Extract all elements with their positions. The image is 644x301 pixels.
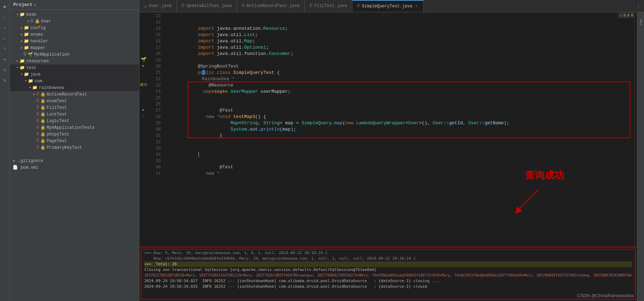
tree-item-mp4app[interactable]: © 🌱 Mp4Application — [10, 51, 139, 58]
code-line-26: @Test new * — [164, 101, 634, 107]
tree-item-p6spytest[interactable]: © 🔒 p6spyTest — [10, 131, 139, 138]
tree-arrow-activerecordtest: ▶ — [32, 92, 36, 96]
tree-item-resources[interactable]: ▶ 📁 resources — [10, 58, 139, 64]
project-icon[interactable]: ⊞ — [1, 2, 9, 11]
gutter-line-15 — [139, 31, 148, 37]
notif-count: 5 — [623, 13, 626, 18]
test-icon-tab-filltest: © — [310, 4, 312, 8]
code-line-41 — [164, 170, 634, 177]
items-icon[interactable]: ⊞ — [1, 76, 9, 84]
code-line-24 — [164, 89, 634, 95]
lock-icon-user: 🔒 — [35, 19, 40, 24]
tree-item-java[interactable]: ▼ 📁 java — [10, 71, 139, 78]
terminal-icon[interactable]: ⊡ — [1, 65, 9, 74]
xml-icon-pom: 📄 — [13, 165, 18, 170]
tree-item-pom[interactable]: 📄 pom.xml — [10, 164, 139, 171]
tree-item-filltest[interactable]: © 🔒 FillTest — [10, 104, 139, 111]
folder-icon-config: 📁 — [24, 25, 29, 30]
test-icon-filltest: © — [36, 105, 39, 110]
editor-bottom-row: 🌱 ▶ 🌿⚫ ▶ ⚠ — [139, 12, 644, 301]
code-content[interactable]: import javax.annotation.Resource; import… — [164, 12, 634, 247]
run-icon-primarykeytest: 🔒 — [40, 145, 46, 150]
test-icon-primarykeytest: © — [36, 145, 39, 150]
run-icon-logictest: 🔒 — [40, 118, 46, 124]
console-line-2: Row: cb7b326c30446a3cbbb0b8fe33d04b, Mar… — [144, 256, 632, 261]
test-icon-activerecordtest: © — [36, 92, 39, 97]
tree-item-rainbowsea[interactable]: ▼ 📁 rainbowsea — [10, 84, 139, 91]
tree-item-mp4apptests[interactable]: © 🔒 Mp4ApplicationTests — [10, 124, 139, 131]
run-icon[interactable]: ▷ — [1, 34, 9, 42]
gutter-line-21 — [139, 69, 148, 75]
console-content: === Row: 9, Mary, 29, mary@rainbowsea.co… — [141, 250, 635, 299]
structure-icon[interactable]: ≡ — [1, 44, 9, 53]
gutter-line-32 — [139, 138, 148, 145]
test-icon-mp4apptests: © — [36, 125, 39, 130]
tree-arrow-rainbowsea: ▼ — [28, 86, 32, 90]
minimap — [634, 12, 637, 247]
folder-icon-com: 📁 — [28, 78, 33, 84]
tree-label-java: java — [30, 72, 41, 77]
code-line-15: import java.util.Map; — [164, 32, 634, 38]
tree-item-handler[interactable]: ▶ 📁 handler — [10, 38, 139, 44]
code-line-32 — [164, 139, 634, 145]
tree-item-com[interactable]: ▼ 📁 com — [10, 78, 139, 84]
tab-label-updataalltest: UpdataAllTest.java — [186, 4, 232, 8]
tree-item-pagetest[interactable]: © 🔒 PageTest — [10, 138, 139, 144]
code-line-25 — [164, 95, 634, 101]
tab-filltest[interactable]: © FillTest.java — [305, 0, 352, 12]
tree-item-enumtest[interactable]: © 🔒 enumTest — [10, 98, 139, 104]
tree-label-com: com — [35, 79, 42, 84]
code-area: 🌱 ▶ 🌿⚫ ▶ ⚠ — [139, 12, 637, 301]
tree-arrow-java: ▼ — [20, 73, 24, 76]
tree-item-test[interactable]: ▼ 📁 test — [10, 64, 139, 71]
tree-item-gitignore[interactable]: ● .gitignore — [10, 158, 139, 164]
code-line-40 — [164, 164, 634, 170]
code-line-23: private UserMapper userMapper; — [164, 82, 634, 89]
code-line-29: System.out.println(map); — [164, 120, 634, 126]
tab-overflow-menu[interactable]: ⋮ — [633, 2, 644, 9]
tab-user[interactable]: ☕ User.java — [139, 0, 177, 12]
tree-item-bean[interactable]: ▼ 📁 bean — [10, 11, 139, 18]
run-icon-enumtest: 🔒 — [40, 98, 46, 104]
run-icon-p6spytest: 🔒 — [40, 132, 46, 137]
code-scroll: 🌱 ▶ 🌿⚫ ▶ ⚠ — [139, 12, 637, 247]
tab-simplequerytest[interactable]: © SimpleQueryTest.java × — [352, 0, 424, 12]
test-icon-p6spytest: © — [36, 132, 39, 137]
commit-icon[interactable]: ↑ — [1, 13, 9, 21]
tree-label-mp4apptests: Mp4ApplicationTests — [47, 125, 95, 130]
notif-down: ∨ — [631, 13, 633, 18]
folder-icon-handler: 📁 — [24, 38, 29, 44]
tree-label-gitignore: .gitignore — [18, 159, 43, 163]
tree-label-p6spytest: p6spyTest — [47, 132, 69, 137]
find-icon[interactable]: ⌕ — [1, 23, 9, 32]
tree-label-config: config — [30, 26, 46, 30]
right-sidebar: Wor — [637, 12, 644, 301]
tree-item-activerecordtest[interactable]: ▶ © 🔒 ActiveRecordTest — [10, 91, 139, 98]
tree-label-filltest: FillTest — [47, 105, 67, 110]
editor-area: ⚠ 5 ∧ ∨ ☕ User.java © UpdataAllTest.java… — [139, 0, 644, 301]
tree-item-enums[interactable]: ▶ 📁 enums — [10, 31, 139, 38]
tree-item-logictest[interactable]: © 🔒 LogicTest — [10, 118, 139, 124]
gutter-line-22 — [139, 75, 148, 82]
folder-icon-java: 📁 — [24, 72, 29, 77]
services-icon[interactable]: ◈ — [1, 55, 9, 63]
project-arrow[interactable]: ∨ — [34, 3, 36, 7]
code-line-17: import java.util.function.Consumer; — [164, 44, 634, 51]
gitignore-icon: ● — [13, 159, 15, 163]
notifications-bar[interactable]: ⚠ 5 ∧ ∨ — [618, 12, 635, 18]
right-sidebar-label[interactable]: Wor — [639, 19, 643, 26]
gutter-line-28[interactable]: ⚠ — [139, 113, 148, 119]
tree-item-primarykeytest[interactable]: © 🔒 PrimaryKeyTest — [10, 144, 139, 151]
tab-updataalltest[interactable]: © UpdataAllTest.java — [177, 0, 237, 12]
tab-bar: ☕ User.java © UpdataAllTest.java © Activ… — [139, 0, 644, 12]
tree-item-locktest[interactable]: © 🔒 LockTest — [10, 111, 139, 118]
tab-activerecordtest[interactable]: © ActiveRecordTest.java — [237, 0, 305, 12]
tab-close-simplequerytest[interactable]: × — [414, 4, 418, 9]
tree-item-mapper[interactable]: ▶ 📁 mapper — [10, 44, 139, 51]
project-panel: Project ∨ ▼ 📁 bean ▶ © 🔒 User ▶ 📁 config — [10, 0, 139, 301]
console-line-info2: 2024-09-24 19:58:34.035 INFO 16252 --- [… — [144, 284, 632, 289]
folder-icon-resources: 📁 — [20, 58, 25, 64]
gutter-line-20: ▶ — [139, 63, 148, 69]
tree-item-config[interactable]: ▶ 📁 config — [10, 24, 139, 31]
tree-item-user[interactable]: ▶ © 🔒 User — [10, 18, 139, 24]
